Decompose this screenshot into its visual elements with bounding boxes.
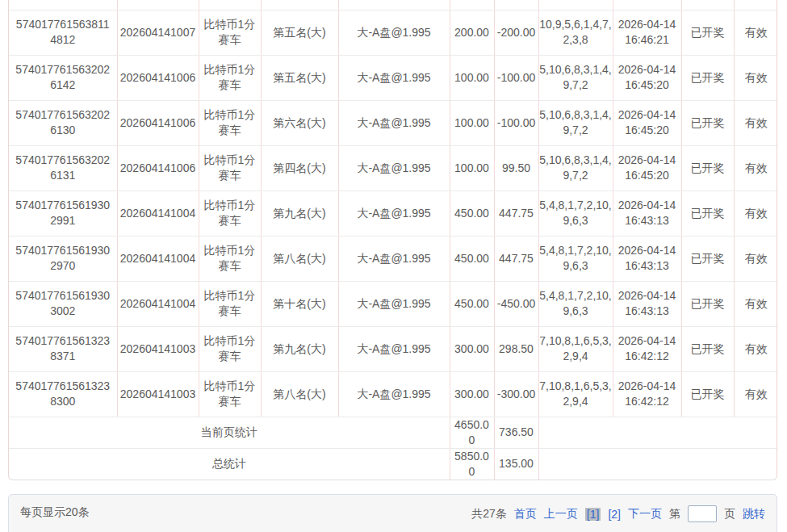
cell-win-loss: -100.00 bbox=[494, 55, 538, 100]
bet-records-table-panel: 5740177615638114821 202604141008 比特币1分赛车… bbox=[8, 0, 777, 480]
per-page-label: 每页显示20条 bbox=[20, 505, 90, 520]
cell-draw-result: 5,4,8,1,7,2,10,9,6,3 bbox=[538, 191, 613, 236]
cell-validity: 有效 bbox=[734, 100, 778, 145]
cell-amount: 100.00 bbox=[450, 55, 494, 100]
grand-total-summary-spacer bbox=[538, 448, 778, 480]
cell-status: 已开奖 bbox=[681, 100, 734, 145]
cell-bet-position: 第九名(大) bbox=[261, 326, 338, 371]
cell-validity: 有效 bbox=[734, 55, 778, 100]
cell-bet-position: 第五名(大) bbox=[261, 55, 338, 100]
table-row: 5740177615632026131 202604141006 比特币1分赛车… bbox=[9, 145, 778, 191]
cell-validity: 有效 bbox=[734, 281, 778, 326]
cell-draw-result: 5,4,8,1,7,2,10,9,6,3 bbox=[538, 281, 613, 326]
grand-total-winloss: 135.00 bbox=[494, 448, 538, 480]
cell-draw-result: 7,10,8,1,6,5,3,2,9,4 bbox=[538, 371, 613, 417]
current-page-amount-total: 4650.00 bbox=[450, 417, 494, 448]
cell-draw-result: 5,10,6,8,3,1,4,9,7,2 bbox=[538, 55, 613, 100]
cell-win-loss: -300.00 bbox=[494, 371, 538, 417]
table-row: 5740177615613238300 202604141003 比特币1分赛车… bbox=[9, 371, 778, 417]
cell-draw-time: 2026-04-14 16:46:21 bbox=[613, 10, 681, 55]
cell-validity: 有效 bbox=[734, 145, 778, 191]
cell-bet-position: 第四名(大) bbox=[261, 145, 338, 191]
cell-win-loss: 298.50 bbox=[494, 326, 538, 371]
cell-draw-time: 2026-04-14 16:45:20 bbox=[613, 55, 681, 100]
cell-amount: 300.00 bbox=[450, 371, 494, 417]
page-1-link[interactable]: [1] bbox=[585, 508, 601, 521]
cell-win-loss: -100.00 bbox=[494, 100, 538, 145]
cell-game-name: 比特币1分赛车 bbox=[199, 326, 261, 371]
cell-game-name: 比特币1分赛车 bbox=[199, 191, 261, 236]
table-row: 5740177615632026130 202604141006 比特币1分赛车… bbox=[9, 100, 778, 145]
cell-order-id: 5740177615619303002 bbox=[9, 281, 117, 326]
first-page-link[interactable]: 首页 bbox=[514, 507, 537, 522]
cell-bet-position: 第六名(大) bbox=[261, 100, 338, 145]
jump-suffix-label: 页 bbox=[724, 507, 735, 522]
cell-bet-content: 大-A盘@1.995 bbox=[338, 145, 450, 191]
cell-win-loss: 447.75 bbox=[494, 236, 538, 281]
cell-bet-content: 大-A盘@1.995 bbox=[338, 236, 450, 281]
cell-order-id: 5740177615632026142 bbox=[9, 55, 117, 100]
jump-prefix-label: 第 bbox=[669, 507, 680, 522]
cell-draw-time: 2026-04-14 16:42:12 bbox=[613, 371, 681, 417]
cell-bet-content: 大-A盘@1.995 bbox=[338, 0, 450, 10]
cell-win-loss: -100.00 bbox=[494, 0, 538, 10]
cell-order-id: 5740177615619302991 bbox=[9, 191, 117, 236]
total-count-label: 共27条 bbox=[471, 507, 507, 522]
cell-draw-time: 2026-04-14 16:43:13 bbox=[613, 281, 681, 326]
cell-draw-time: 2026-04-14 16:45:20 bbox=[613, 145, 681, 191]
prev-page-link[interactable]: 上一页 bbox=[544, 507, 578, 522]
table-row: 5740177615638114812 202604141007 比特币1分赛车… bbox=[9, 10, 778, 55]
cell-bet-content: 大-A盘@1.995 bbox=[338, 100, 450, 145]
cell-bet-content: 大-A盘@1.995 bbox=[338, 371, 450, 417]
cell-order-id: 5740177615632026130 bbox=[9, 100, 117, 145]
cell-game-name: 比特币1分赛车 bbox=[199, 55, 261, 100]
cell-amount: 450.00 bbox=[450, 281, 494, 326]
summary-body: 当前页统计 4650.00 736.50 总统计 5850.00 135.00 bbox=[9, 417, 778, 480]
current-page-summary-row: 当前页统计 4650.00 736.50 bbox=[9, 417, 778, 448]
bet-rows-body: 5740177615638114821 202604141008 比特币1分赛车… bbox=[9, 0, 778, 417]
cell-status: 已开奖 bbox=[681, 0, 734, 10]
cell-bet-content: 大-A盘@1.995 bbox=[338, 55, 450, 100]
page-number-input[interactable] bbox=[688, 505, 717, 522]
cell-amount: 450.00 bbox=[450, 191, 494, 236]
cell-draw-result: 5,4,8,1,7,2,10,9,6,3 bbox=[538, 236, 613, 281]
cell-status: 已开奖 bbox=[681, 326, 734, 371]
cell-bet-content: 大-A盘@1.995 bbox=[338, 10, 450, 55]
next-page-link[interactable]: 下一页 bbox=[628, 507, 662, 522]
table-row: 5740177615619302991 202604141004 比特币1分赛车… bbox=[9, 191, 778, 236]
cell-draw-result: 5,10,6,8,3,1,4,9,7,2 bbox=[538, 100, 613, 145]
table-row: 5740177615619302970 202604141004 比特币1分赛车… bbox=[9, 236, 778, 281]
cell-draw-result: 7,10,8,1,6,5,3,2,9,4 bbox=[538, 326, 613, 371]
grand-total-label: 总统计 bbox=[9, 448, 450, 480]
current-page-summary-spacer bbox=[538, 417, 778, 448]
cell-period: 202604141003 bbox=[117, 371, 199, 417]
cell-draw-result: 5,10,6,8,3,1,4,9,7,2 bbox=[538, 145, 613, 191]
cell-win-loss: 99.50 bbox=[494, 145, 538, 191]
cell-game-name: 比特币1分赛车 bbox=[199, 236, 261, 281]
table-row: 5740177615632026142 202604141006 比特币1分赛车… bbox=[9, 55, 778, 100]
cell-validity: 有效 bbox=[734, 191, 778, 236]
cell-order-id: 5740177615619302970 bbox=[9, 236, 117, 281]
cell-period: 202604141006 bbox=[117, 55, 199, 100]
cell-bet-content: 大-A盘@1.995 bbox=[338, 191, 450, 236]
cell-validity: 有效 bbox=[734, 371, 778, 417]
cell-order-id: 5740177615632026131 bbox=[9, 145, 117, 191]
cell-validity: 有效 bbox=[734, 10, 778, 55]
cell-game-name: 比特币1分赛车 bbox=[199, 145, 261, 191]
cell-bet-position: 第八名(大) bbox=[261, 371, 338, 417]
cell-game-name: 比特币1分赛车 bbox=[199, 0, 261, 10]
current-page-summary-label: 当前页统计 bbox=[9, 417, 450, 448]
cell-order-id: 5740177615613238371 bbox=[9, 326, 117, 371]
table-row: 5740177615638114821 202604141008 比特币1分赛车… bbox=[9, 0, 778, 10]
cell-validity: 有效 bbox=[734, 0, 778, 10]
jump-button[interactable]: 跳转 bbox=[743, 507, 765, 522]
page-2-link[interactable]: [2] bbox=[608, 508, 621, 521]
cell-amount: 450.00 bbox=[450, 236, 494, 281]
cell-status: 已开奖 bbox=[681, 236, 734, 281]
cell-draw-time: 2026-04-14 16:47:21 bbox=[613, 0, 681, 10]
cell-status: 已开奖 bbox=[681, 281, 734, 326]
cell-amount: 100.00 bbox=[450, 100, 494, 145]
cell-bet-position: 第五名(大) bbox=[261, 0, 338, 10]
cell-order-id: 5740177615638114812 bbox=[9, 10, 117, 55]
cell-period: 202604141004 bbox=[117, 281, 199, 326]
